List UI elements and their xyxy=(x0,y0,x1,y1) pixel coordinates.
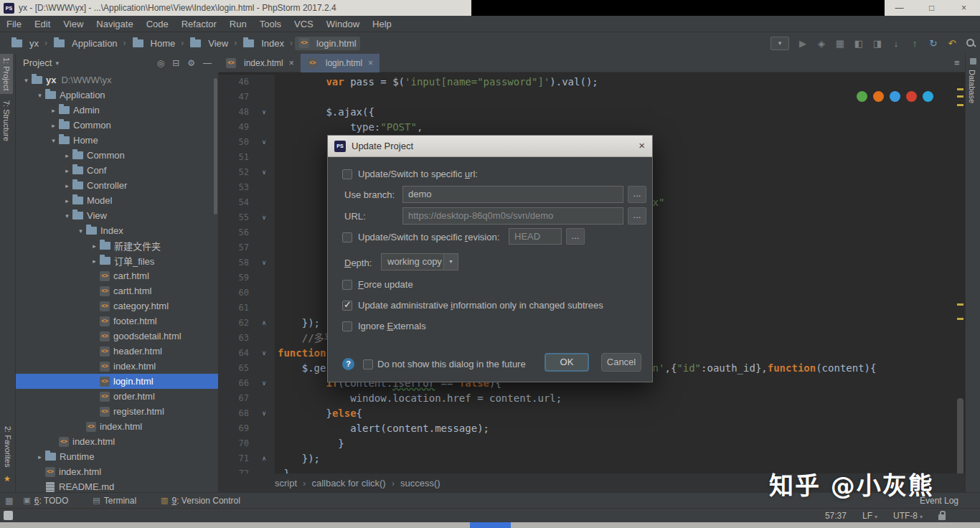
tree-item-login-html[interactable]: <>login.html xyxy=(16,374,218,389)
url-field[interactable]: https://desktop-86q0m0s/svn/demo xyxy=(402,207,623,225)
tree-arrow-icon[interactable]: ▸ xyxy=(62,152,72,159)
fold-marker-icon[interactable]: ∨ xyxy=(253,165,275,180)
fold-marker-icon[interactable]: ∨ xyxy=(253,105,275,120)
tree-item-goodsdetail-html[interactable]: <>goodsdetail.html xyxy=(16,329,218,344)
hide-panel-icon[interactable]: — xyxy=(203,58,212,68)
chrome-browser-icon[interactable] xyxy=(857,91,867,102)
editor-tab-index.html[interactable]: <>index.html× xyxy=(219,54,301,72)
tab-close-icon[interactable]: × xyxy=(368,58,373,68)
quick-access-icon[interactable] xyxy=(4,511,13,520)
depth-dropdown[interactable]: working copy▼ xyxy=(381,253,458,270)
tree-arrow-icon[interactable]: ▸ xyxy=(49,122,58,129)
tree-arrow-icon[interactable]: ▸ xyxy=(90,258,99,265)
tree-item-controller[interactable]: ▸Controller xyxy=(16,178,218,193)
checkbox-force-update[interactable] xyxy=(342,280,352,290)
tree-item-common[interactable]: ▸Common xyxy=(16,118,218,133)
menu-file[interactable]: File xyxy=(0,16,28,32)
tree-item-index-html[interactable]: <>index.html xyxy=(16,359,218,374)
tab-close-icon[interactable]: × xyxy=(289,58,294,68)
tree-item-header-html[interactable]: <>header.html xyxy=(16,344,218,359)
tree-arrow-icon[interactable]: ▸ xyxy=(35,453,44,461)
tree-item-runtime[interactable]: ▸Runtime xyxy=(16,449,218,464)
fold-marker-icon[interactable]: ∧ xyxy=(253,316,275,331)
structure-crumb[interactable]: script xyxy=(275,478,297,489)
project-scrollbar[interactable] xyxy=(214,78,217,214)
ie-browser-icon[interactable] xyxy=(890,91,900,102)
checkbox-specific-revision[interactable] xyxy=(342,232,352,242)
navbar-crumb-home[interactable]: Home xyxy=(128,37,179,50)
vcs-history-icon[interactable]: ↻ xyxy=(925,38,941,49)
tree-arrow-icon[interactable]: ▾ xyxy=(76,227,85,235)
checkbox-specific-url[interactable] xyxy=(342,169,352,179)
collapse-all-icon[interactable]: ⊟ xyxy=(172,58,179,68)
checkbox-dont-show-again[interactable] xyxy=(363,359,373,369)
tree-arrow-icon[interactable]: ▾ xyxy=(35,92,44,99)
navbar-crumb-view[interactable]: View xyxy=(186,37,232,50)
fold-marker-icon[interactable]: ∨ xyxy=(253,135,275,150)
tree-item-订单-files[interactable]: ▸订单_files xyxy=(16,253,218,268)
fold-marker-icon[interactable]: ∨ xyxy=(253,210,275,225)
vcs-update-icon[interactable]: ↓ xyxy=(888,38,904,49)
menu-tools[interactable]: Tools xyxy=(253,16,288,32)
settings-gear-icon[interactable]: ⚙ xyxy=(187,58,195,68)
save-all-icon[interactable]: ◨ xyxy=(870,38,885,49)
editor-scrollbar[interactable] xyxy=(956,72,965,473)
firefox-browser-icon[interactable] xyxy=(873,91,884,102)
menu-vcs[interactable]: VCS xyxy=(288,16,320,32)
toolwindow-button-favorites[interactable]: 2: Favorites xyxy=(1,423,14,471)
open-recent-icon[interactable]: ◧ xyxy=(851,38,867,49)
project-structure-icon[interactable]: ▦ xyxy=(832,38,848,49)
navbar-crumb-index[interactable]: Index xyxy=(239,37,288,50)
toolwindow-button-structure[interactable]: 7: Structure xyxy=(0,97,13,145)
editor-tab-login.html[interactable]: <>login.html× xyxy=(301,54,380,72)
tree-item-application[interactable]: ▾Application xyxy=(16,88,218,103)
tree-arrow-icon[interactable]: ▾ xyxy=(49,137,58,144)
search-everywhere-icon[interactable] xyxy=(966,39,974,47)
toolwindow-button-todo[interactable]: ▣6: TODO xyxy=(23,496,68,506)
tree-arrow-icon[interactable]: ▾ xyxy=(22,77,31,84)
tree-item-conf[interactable]: ▸Conf xyxy=(16,163,218,178)
navbar-crumb-yx[interactable]: yx xyxy=(7,37,42,50)
toolwindow-button-version-control[interactable]: ▥9: Version Control xyxy=(161,496,240,506)
minimize-button[interactable]: — xyxy=(883,0,915,16)
url-browse-button[interactable]: ... xyxy=(628,207,646,225)
structure-crumb[interactable]: callback for click() xyxy=(311,478,385,489)
fold-marker-icon[interactable]: ∨ xyxy=(253,255,275,270)
editor-scrollbar-thumb[interactable] xyxy=(957,398,963,477)
tree-item-index[interactable]: ▾Index xyxy=(16,223,218,238)
menu-code[interactable]: Code xyxy=(140,16,175,32)
project-panel-title[interactable]: Project xyxy=(23,57,52,68)
structure-crumb[interactable]: success() xyxy=(400,478,440,489)
menu-run[interactable]: Run xyxy=(223,16,253,32)
tree-item-admin[interactable]: ▸Admin xyxy=(16,103,218,118)
tree-item-model[interactable]: ▸Model xyxy=(16,193,218,208)
line-ending-widget[interactable]: LF▾ xyxy=(862,511,877,521)
fold-marker-icon[interactable]: ∨ xyxy=(253,376,275,391)
lock-icon[interactable] xyxy=(938,514,946,520)
menu-help[interactable]: Help xyxy=(366,16,398,32)
menu-navigate[interactable]: Navigate xyxy=(90,16,139,32)
tree-item-order-html[interactable]: <>order.html xyxy=(16,389,218,404)
tree-arrow-icon[interactable]: ▸ xyxy=(62,182,72,189)
tree-item-index-html[interactable]: <>index.html xyxy=(16,434,218,449)
edge-browser-icon[interactable] xyxy=(923,91,933,102)
maximize-button[interactable]: □ xyxy=(915,0,948,16)
fold-marker-icon[interactable]: ∨ xyxy=(253,346,275,361)
revision-field[interactable]: HEAD xyxy=(509,228,562,245)
revision-browse-button[interactable]: ... xyxy=(566,228,585,245)
dialog-title-bar[interactable]: PS Update Project × xyxy=(328,136,652,157)
branch-browse-button[interactable]: ... xyxy=(628,186,646,203)
tree-arrow-icon[interactable]: ▸ xyxy=(62,197,72,204)
menu-view[interactable]: View xyxy=(57,16,90,32)
dialog-close-button[interactable]: × xyxy=(639,140,645,151)
vcs-rollback-icon[interactable]: ↶ xyxy=(944,38,960,49)
opera-browser-icon[interactable] xyxy=(906,91,917,102)
tree-item-category-html[interactable]: <>category.html xyxy=(16,298,218,314)
tree-arrow-icon[interactable]: ▸ xyxy=(90,242,99,250)
toolwindow-button-terminal[interactable]: ▤Terminal xyxy=(93,496,136,506)
tree-arrow-icon[interactable]: ▸ xyxy=(62,167,72,174)
tree-item-yx[interactable]: ▾yxD:\WWW\yx xyxy=(16,72,218,88)
chevron-down-icon[interactable]: ▾ xyxy=(55,60,59,67)
toolwindow-button-database[interactable]: Database xyxy=(966,66,979,107)
locate-icon[interactable]: ◎ xyxy=(157,58,164,68)
